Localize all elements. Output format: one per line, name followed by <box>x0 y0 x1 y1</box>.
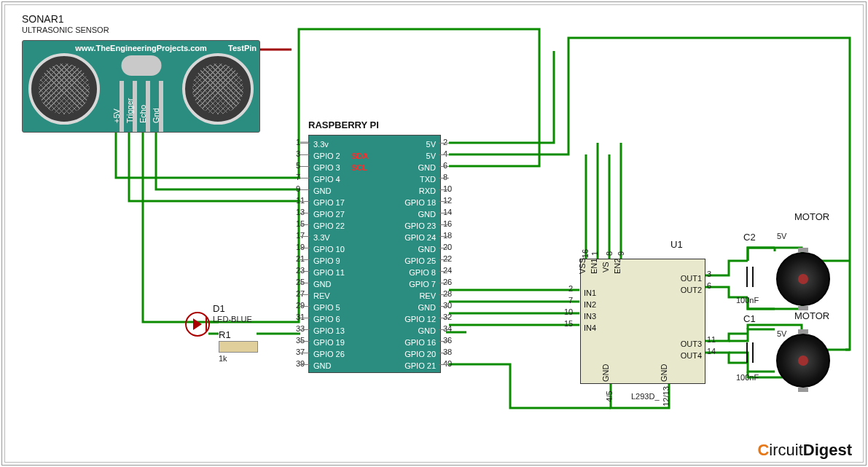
u1-pin8: 8 <box>605 251 614 256</box>
d1-icon <box>185 312 210 337</box>
u1-pin7: 7 <box>568 296 573 305</box>
pi-row: GPIO 22GPIO 23 <box>313 220 436 232</box>
pi-row: GPIO 27GND <box>313 208 436 220</box>
u1-pin2: 2 <box>568 284 573 293</box>
pi-pin-num: 20 <box>443 243 452 251</box>
pi-pin-num: 22 <box>443 254 452 263</box>
pi-pin-num: 6 <box>443 161 447 170</box>
pi-pin-num: 10 <box>443 184 452 193</box>
pi-row: GPIO 6GPIO 12 <box>313 313 436 325</box>
pi-row: GPIO 2SDA5V <box>313 150 436 162</box>
pi-row: GPIO 5GND <box>313 302 436 313</box>
u1-pin15: 15 <box>564 319 573 328</box>
u1-pin16: 16 <box>581 249 590 258</box>
u1-in2: IN2 <box>584 300 596 309</box>
c2-ref: C2 <box>743 232 756 243</box>
sonar-pin-echo: Echo <box>146 81 150 132</box>
sonar-transducer-left <box>28 53 100 125</box>
sonar-pin-gnd: Gnd <box>159 81 163 132</box>
pi-pin-num: 26 <box>443 278 452 286</box>
u1-pin3: 3 <box>707 270 711 278</box>
raspberry-pi-chip: 3.3v5VGPIO 2SDA5VGPIO 3SCLGNDGPIO 4TXDGN… <box>308 135 441 373</box>
pi-pin-num: 14 <box>443 208 452 216</box>
pi-pin-num: 23 <box>296 266 305 275</box>
motor1-ref: MOTOR <box>794 211 829 222</box>
pi-pin-num: 7 <box>296 173 300 181</box>
sonar-url: www.TheEngineeringProjects.com <box>75 44 207 52</box>
pi-pin-num: 11 <box>296 196 305 205</box>
u1-gnd-b: GND <box>660 364 668 382</box>
u1-vss: VSS <box>578 258 587 274</box>
pi-row: GPIO 26GPIO 20 <box>313 348 436 360</box>
pi-row: 3.3v5V <box>313 138 436 150</box>
pi-pin-num: 39 <box>296 359 305 368</box>
u1-vs: VS <box>601 262 610 272</box>
pi-pin-num: 36 <box>443 336 452 345</box>
circuitdigest-logo: CircuitDigest <box>757 441 852 460</box>
u1-pin6: 6 <box>707 281 711 290</box>
c1-ref: C1 <box>743 313 756 324</box>
pi-pin-num: 1 <box>296 138 300 146</box>
motor2-icon <box>776 334 830 388</box>
pi-row: GNDRXD <box>313 185 436 197</box>
u1-pin1: 1 <box>590 251 599 256</box>
pi-pin-num: 9 <box>296 184 300 193</box>
r1-icon <box>219 341 258 353</box>
u1-pin1213: 12/13 <box>662 386 670 407</box>
c1-icon <box>740 338 761 367</box>
u1-in3: IN3 <box>584 312 596 321</box>
pi-row: GPIO 9GPIO 25 <box>313 255 436 267</box>
sonar-ref: SONAR1 <box>22 13 64 25</box>
pi-row: GPIO 4TXD <box>313 173 436 185</box>
pi-title: RASPBERRY PI <box>308 119 379 130</box>
pi-pin-num: 17 <box>296 231 305 240</box>
pi-row: GPIO 19GPIO 16 <box>313 337 436 348</box>
u1-in4: IN4 <box>584 323 596 332</box>
pi-pin-num: 37 <box>296 348 305 356</box>
u1-pin14: 14 <box>707 347 716 356</box>
d1-part: LED-BLUE <box>213 315 252 323</box>
motor2-v: 5V <box>777 329 786 338</box>
sonar-desc: ULTRASONIC SENSOR <box>22 25 109 34</box>
pi-row: 3.3VGPIO 24 <box>313 232 436 243</box>
sonar-crystal <box>121 55 161 76</box>
pi-pin-num: 2 <box>443 138 447 146</box>
pi-pin-num: 4 <box>443 149 447 158</box>
pi-pin-num: 15 <box>296 219 305 228</box>
pi-pin-num: 40 <box>443 359 452 368</box>
pi-row: GNDGPIO 7 <box>313 278 436 290</box>
sonar-testpin-label: TestPin <box>228 44 257 52</box>
u1-pin9: 9 <box>617 251 625 256</box>
u1-out2: OUT2 <box>681 286 702 294</box>
pi-pin-num: 31 <box>296 313 305 321</box>
u1-pin10: 10 <box>564 307 573 316</box>
sonar-transducer-right <box>182 53 254 125</box>
u1-out3: OUT3 <box>681 340 702 348</box>
u1-gnd-a: GND <box>601 364 610 382</box>
r1-val: 1k <box>219 354 227 363</box>
pi-pin-num: 28 <box>443 289 452 298</box>
pi-pin-num: 32 <box>443 313 452 321</box>
u1-out1: OUT1 <box>681 274 702 283</box>
u1-ref: U1 <box>670 239 683 250</box>
pi-pin-num: 19 <box>296 243 305 251</box>
sonar-pin-trigger: Trigger <box>133 81 137 132</box>
pi-row: REVREV <box>313 290 436 302</box>
c2-val: 100nF <box>736 296 759 305</box>
u1-part: L293D_ <box>631 392 660 401</box>
pi-row: GPIO 3SCLGND <box>313 162 436 173</box>
u1-en1: EN1 <box>590 259 598 274</box>
c1-val: 100nF <box>736 373 759 382</box>
pi-pin-num: 27 <box>296 289 305 298</box>
pi-pin-num: 3 <box>296 149 300 158</box>
u1-in1: IN1 <box>584 289 596 297</box>
pi-pin-num: 12 <box>443 196 452 205</box>
pi-pin-num: 35 <box>296 336 305 345</box>
pi-pin-num: 21 <box>296 254 305 263</box>
pi-pin-num: 34 <box>443 324 452 333</box>
d1-ref: D1 <box>213 303 225 314</box>
sonar-pin-header: +5V Trigger Echo Gnd <box>120 81 163 132</box>
u1-pin11: 11 <box>707 335 716 344</box>
pi-pin-num: 38 <box>443 348 452 356</box>
pi-pin-num: 5 <box>296 161 300 170</box>
